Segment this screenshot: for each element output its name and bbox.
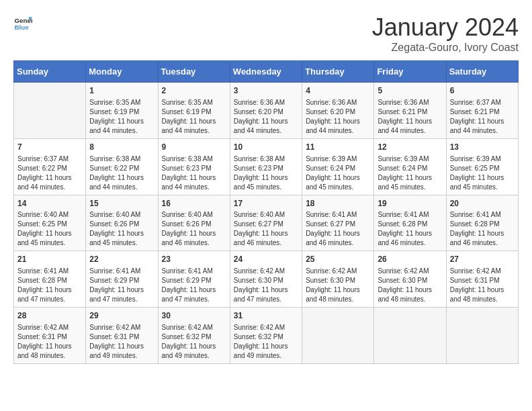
calendar-cell: 12Sunrise: 6:39 AMSunset: 6:24 PMDayligh…: [374, 138, 446, 195]
weekday-header-sunday: Sunday: [14, 61, 86, 83]
day-info: Sunrise: 6:36 AMSunset: 6:20 PMDaylight:…: [306, 98, 370, 136]
calendar-cell: 11Sunrise: 6:39 AMSunset: 6:24 PMDayligh…: [302, 138, 374, 195]
calendar-cell: 13Sunrise: 6:39 AMSunset: 6:25 PMDayligh…: [446, 138, 518, 195]
day-info: Sunrise: 6:40 AMSunset: 6:25 PMDaylight:…: [17, 210, 82, 248]
calendar-cell: 5Sunrise: 6:36 AMSunset: 6:21 PMDaylight…: [374, 83, 446, 139]
weekday-header-row: SundayMondayTuesdayWednesdayThursdayFrid…: [14, 61, 519, 83]
calendar-week-row: 7Sunrise: 6:37 AMSunset: 6:22 PMDaylight…: [14, 138, 519, 195]
day-number: 28: [17, 310, 82, 322]
day-number: 10: [234, 142, 298, 153]
calendar-cell: 23Sunrise: 6:41 AMSunset: 6:29 PMDayligh…: [158, 251, 230, 308]
calendar-cell: 28Sunrise: 6:42 AMSunset: 6:31 PMDayligh…: [14, 308, 86, 364]
day-number: 18: [306, 198, 370, 210]
calendar-cell: 3Sunrise: 6:36 AMSunset: 6:20 PMDaylight…: [230, 83, 302, 139]
day-info: Sunrise: 6:42 AMSunset: 6:31 PMDaylight:…: [89, 323, 154, 361]
weekday-header-saturday: Saturday: [446, 61, 518, 83]
svg-text:Blue: Blue: [14, 24, 29, 31]
calendar-cell: 24Sunrise: 6:42 AMSunset: 6:30 PMDayligh…: [230, 251, 302, 308]
day-info: Sunrise: 6:39 AMSunset: 6:25 PMDaylight:…: [450, 154, 515, 192]
calendar-cell: 20Sunrise: 6:41 AMSunset: 6:28 PMDayligh…: [446, 195, 518, 251]
day-info: Sunrise: 6:41 AMSunset: 6:28 PMDaylight:…: [378, 210, 442, 248]
day-number: 13: [450, 142, 515, 153]
day-info: Sunrise: 6:41 AMSunset: 6:29 PMDaylight:…: [162, 267, 226, 304]
day-info: Sunrise: 6:41 AMSunset: 6:27 PMDaylight:…: [306, 210, 370, 248]
calendar-cell: 15Sunrise: 6:40 AMSunset: 6:26 PMDayligh…: [86, 195, 158, 251]
calendar-cell: 4Sunrise: 6:36 AMSunset: 6:20 PMDaylight…: [302, 83, 374, 139]
calendar-cell: [302, 308, 374, 364]
calendar-cell: 10Sunrise: 6:38 AMSunset: 6:23 PMDayligh…: [230, 138, 302, 195]
calendar-cell: [374, 308, 446, 364]
day-number: 6: [450, 85, 515, 97]
day-number: 21: [17, 254, 82, 265]
calendar-week-row: 28Sunrise: 6:42 AMSunset: 6:31 PMDayligh…: [14, 308, 519, 364]
logo-icon: General Blue: [13, 13, 32, 32]
day-info: Sunrise: 6:42 AMSunset: 6:32 PMDaylight:…: [162, 323, 226, 361]
day-number: 2: [162, 85, 226, 97]
day-info: Sunrise: 6:42 AMSunset: 6:32 PMDaylight:…: [234, 323, 298, 361]
day-number: 24: [234, 254, 298, 265]
day-number: 12: [378, 142, 442, 153]
calendar-cell: 16Sunrise: 6:40 AMSunset: 6:26 PMDayligh…: [158, 195, 230, 251]
day-info: Sunrise: 6:40 AMSunset: 6:27 PMDaylight:…: [234, 210, 298, 248]
day-info: Sunrise: 6:40 AMSunset: 6:26 PMDaylight:…: [162, 210, 226, 248]
calendar-cell: 26Sunrise: 6:42 AMSunset: 6:30 PMDayligh…: [374, 251, 446, 308]
day-info: Sunrise: 6:35 AMSunset: 6:19 PMDaylight:…: [89, 98, 154, 136]
day-info: Sunrise: 6:42 AMSunset: 6:30 PMDaylight:…: [306, 267, 370, 304]
calendar-cell: 19Sunrise: 6:41 AMSunset: 6:28 PMDayligh…: [374, 195, 446, 251]
day-number: 4: [306, 85, 370, 97]
day-number: 23: [162, 254, 226, 265]
day-info: Sunrise: 6:42 AMSunset: 6:30 PMDaylight:…: [234, 267, 298, 304]
day-number: 7: [17, 142, 82, 153]
day-number: 8: [89, 142, 154, 153]
day-number: 30: [162, 310, 226, 322]
day-info: Sunrise: 6:42 AMSunset: 6:31 PMDaylight:…: [450, 267, 515, 304]
day-info: Sunrise: 6:37 AMSunset: 6:21 PMDaylight:…: [450, 98, 515, 136]
day-number: 16: [162, 198, 226, 210]
day-number: 5: [378, 85, 442, 97]
day-info: Sunrise: 6:35 AMSunset: 6:19 PMDaylight:…: [162, 98, 226, 136]
day-number: 17: [234, 198, 298, 210]
calendar-cell: 22Sunrise: 6:41 AMSunset: 6:29 PMDayligh…: [86, 251, 158, 308]
day-info: Sunrise: 6:40 AMSunset: 6:26 PMDaylight:…: [89, 210, 154, 248]
calendar-cell: 27Sunrise: 6:42 AMSunset: 6:31 PMDayligh…: [446, 251, 518, 308]
weekday-header-monday: Monday: [86, 61, 158, 83]
calendar-cell: 31Sunrise: 6:42 AMSunset: 6:32 PMDayligh…: [230, 308, 302, 364]
day-info: Sunrise: 6:36 AMSunset: 6:21 PMDaylight:…: [378, 98, 442, 136]
day-number: 31: [234, 310, 298, 322]
day-info: Sunrise: 6:39 AMSunset: 6:24 PMDaylight:…: [378, 154, 442, 192]
day-info: Sunrise: 6:39 AMSunset: 6:24 PMDaylight:…: [306, 154, 370, 192]
calendar-week-row: 21Sunrise: 6:41 AMSunset: 6:28 PMDayligh…: [14, 251, 519, 308]
day-number: 11: [306, 142, 370, 153]
calendar-table: SundayMondayTuesdayWednesdayThursdayFrid…: [13, 60, 519, 364]
calendar-cell: [446, 308, 518, 364]
day-info: Sunrise: 6:41 AMSunset: 6:29 PMDaylight:…: [89, 267, 154, 304]
calendar-week-row: 14Sunrise: 6:40 AMSunset: 6:25 PMDayligh…: [14, 195, 519, 251]
month-title: January 2024: [372, 13, 519, 42]
day-number: 22: [89, 254, 154, 265]
title-block: January 2024 Zegata-Gouro, Ivory Coast: [372, 13, 519, 54]
logo: General Blue: [13, 13, 32, 32]
day-number: 15: [89, 198, 154, 210]
calendar-cell: 2Sunrise: 6:35 AMSunset: 6:19 PMDaylight…: [158, 83, 230, 139]
day-number: 3: [234, 85, 298, 97]
day-number: 1: [89, 85, 154, 97]
calendar-cell: 9Sunrise: 6:38 AMSunset: 6:23 PMDaylight…: [158, 138, 230, 195]
calendar-cell: 30Sunrise: 6:42 AMSunset: 6:32 PMDayligh…: [158, 308, 230, 364]
page-header: General Blue January 2024 Zegata-Gouro, …: [13, 13, 519, 54]
day-info: Sunrise: 6:41 AMSunset: 6:28 PMDaylight:…: [17, 267, 82, 304]
calendar-cell: 29Sunrise: 6:42 AMSunset: 6:31 PMDayligh…: [86, 308, 158, 364]
weekday-header-friday: Friday: [374, 61, 446, 83]
calendar-cell: 14Sunrise: 6:40 AMSunset: 6:25 PMDayligh…: [14, 195, 86, 251]
day-info: Sunrise: 6:37 AMSunset: 6:22 PMDaylight:…: [17, 154, 82, 192]
calendar-cell: 21Sunrise: 6:41 AMSunset: 6:28 PMDayligh…: [14, 251, 86, 308]
calendar-cell: 18Sunrise: 6:41 AMSunset: 6:27 PMDayligh…: [302, 195, 374, 251]
day-number: 26: [378, 254, 442, 265]
day-number: 27: [450, 254, 515, 265]
day-number: 25: [306, 254, 370, 265]
calendar-cell: 1Sunrise: 6:35 AMSunset: 6:19 PMDaylight…: [86, 83, 158, 139]
calendar-week-row: 1Sunrise: 6:35 AMSunset: 6:19 PMDaylight…: [14, 83, 519, 139]
day-info: Sunrise: 6:36 AMSunset: 6:20 PMDaylight:…: [234, 98, 298, 136]
day-info: Sunrise: 6:38 AMSunset: 6:23 PMDaylight:…: [234, 154, 298, 192]
calendar-cell: 6Sunrise: 6:37 AMSunset: 6:21 PMDaylight…: [446, 83, 518, 139]
calendar-cell: 8Sunrise: 6:38 AMSunset: 6:22 PMDaylight…: [86, 138, 158, 195]
